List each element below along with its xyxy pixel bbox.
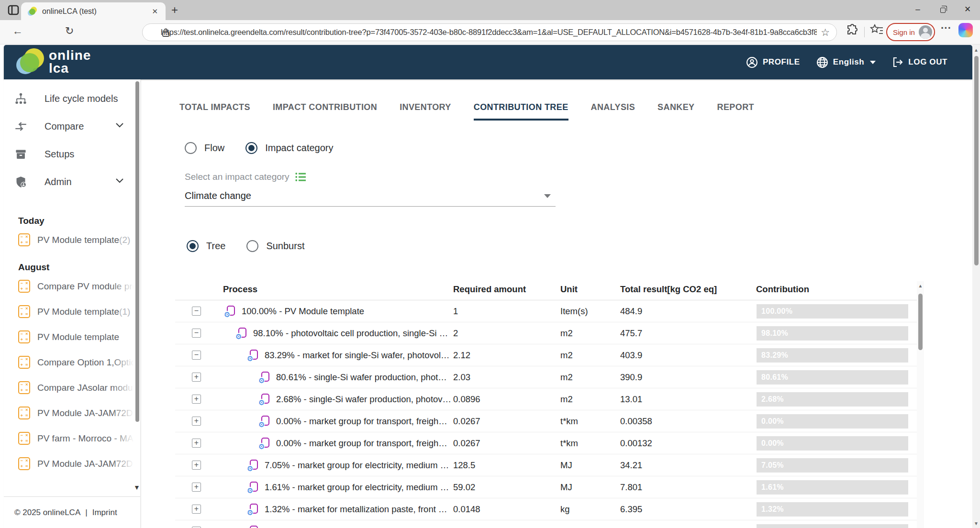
result-tab[interactable]: CONTRIBUTION TREE — [474, 102, 568, 121]
sidebar-scrollbar-thumb[interactable] — [135, 81, 139, 422]
expander-button[interactable]: + — [192, 373, 201, 382]
favorites-hub-icon[interactable] — [870, 24, 883, 36]
history-item[interactable]: −×+= Compare JAsolar module — [4, 375, 138, 400]
table-row[interactable]: − ⚙ 98.10% - photovoltaic cell productio… — [175, 322, 917, 344]
expander-button[interactable]: − — [192, 351, 201, 360]
extensions-icon[interactable] — [846, 24, 858, 36]
scroll-up-icon[interactable]: ▲ — [917, 283, 924, 288]
radio-option[interactable]: Flow — [185, 142, 224, 154]
address-bar[interactable]: https://test.onlinelca.greendelta.com/re… — [142, 23, 837, 41]
result-tab[interactable]: REPORT — [717, 102, 754, 121]
process-name[interactable]: 83.29% - market for single-Si wafer, pho… — [265, 344, 450, 366]
sidebar-item-admin[interactable]: Admin — [4, 168, 140, 196]
table-row[interactable]: + ⚙ 80.61% - single-Si wafer production,… — [175, 366, 917, 388]
logout-button[interactable]: LOG OUT — [892, 56, 947, 68]
profile-button[interactable]: PROFILE — [746, 56, 800, 68]
table-row[interactable]: − ⚙ 100.00% - PV Module template 1 Item(… — [175, 300, 917, 322]
table-row[interactable]: + ⚙ 1.61% - market group for electricity… — [175, 476, 917, 498]
expander-button[interactable]: + — [192, 395, 201, 404]
table-row[interactable]: − ⚙ 83.29% - market for single-Si wafer,… — [175, 344, 917, 366]
process-name[interactable]: 0.00% - market group for transport, frei… — [276, 432, 447, 454]
expander-button[interactable]: − — [192, 329, 201, 338]
history-item[interactable]: −×+= PV Module JA-JAM72D1 — [4, 451, 138, 476]
radio-icon[interactable] — [246, 240, 258, 252]
table-row[interactable]: + ⚙ 0.00% - market group for transport, … — [175, 432, 917, 454]
process-name[interactable]: 98.10% - photovoltaic cell production, s… — [253, 322, 448, 344]
expander-button[interactable]: + — [192, 505, 201, 514]
scroll-down-icon[interactable]: ▼ — [972, 521, 980, 526]
history-item[interactable]: −×+= PV Module JA-JAM72D1 — [4, 400, 138, 426]
process-name[interactable]: 2.68% - single-Si wafer production, phot… — [276, 388, 451, 410]
process-name[interactable]: 100.00% - PV Module template — [242, 300, 364, 322]
total-result: 403.9 — [620, 344, 642, 366]
table-row[interactable]: + ⚙ 7.05% - market group for electricity… — [175, 454, 917, 476]
process-name[interactable]: 7.05% - market group for electricity, me… — [265, 454, 449, 476]
result-tab[interactable]: SANKEY — [657, 102, 694, 121]
history-item[interactable]: −×+= Compare PV module pro — [4, 274, 138, 299]
impact-category-select[interactable]: Climate change — [185, 188, 556, 207]
expander-button[interactable]: + — [192, 483, 201, 492]
table-row[interactable]: + ⚙ 0.00% - market group for transport, … — [175, 410, 917, 432]
tab-label: IMPACT CONTRIBUTION — [273, 102, 377, 112]
favorite-star-icon[interactable]: ☆ — [821, 27, 830, 38]
window-restore-button[interactable] — [930, 0, 955, 20]
radio-option[interactable]: Impact category — [245, 142, 333, 154]
logo-wordmark[interactable]: online lca — [49, 49, 91, 75]
language-selector[interactable]: English — [816, 56, 876, 68]
table-row[interactable]: ⚙ — [175, 520, 917, 528]
sidebar-item-compare[interactable]: Compare — [4, 112, 140, 140]
radio-icon[interactable] — [185, 142, 197, 154]
process-name[interactable]: 0.00% - market group for transport, frei… — [276, 410, 447, 432]
sidebar-item-setups[interactable]: Setups — [4, 140, 140, 168]
page-scrollbar-thumb[interactable] — [974, 56, 979, 265]
result-tab[interactable]: TOTAL IMPACTS — [179, 102, 250, 121]
expander-button[interactable]: + — [192, 439, 201, 448]
unit: Item(s) — [560, 300, 588, 322]
expander-button[interactable]: + — [192, 417, 201, 426]
expander-button[interactable]: − — [192, 307, 201, 316]
imprint-link[interactable]: Imprint — [92, 508, 117, 517]
history-item[interactable]: −×+= PV farm - Morroco - MA ( — [4, 426, 138, 451]
url-text[interactable]: https://test.onlinelca.greendelta.com/re… — [161, 28, 817, 37]
result-tab[interactable]: INVENTORY — [400, 102, 451, 121]
new-tab-button[interactable]: + — [171, 4, 178, 16]
scroll-up-icon[interactable]: ▲ — [972, 47, 980, 53]
process-name[interactable]: 1.61% - market group for electricity, me… — [265, 476, 449, 498]
history-item[interactable]: −×+= PV Module template (2) — [4, 227, 138, 253]
radio-icon[interactable] — [187, 240, 199, 252]
person-icon — [746, 56, 758, 68]
browser-menu-button[interactable]: ··· — [941, 22, 951, 34]
table-scrollbar-thumb[interactable] — [918, 294, 923, 350]
browser-tab[interactable]: onlineLCA (test) ✕ — [21, 2, 166, 20]
radio-option[interactable]: Sunburst — [246, 240, 304, 252]
process-name[interactable]: 1.32% - market for metallization paste, … — [265, 498, 447, 520]
tab-close-icon[interactable]: ✕ — [149, 6, 161, 17]
refresh-button[interactable]: ↻ — [65, 25, 74, 37]
table-row[interactable]: + ⚙ 2.68% - single-Si wafer production, … — [175, 388, 917, 410]
history-item[interactable]: −×+= Compare Option 1,Option — [4, 350, 138, 375]
table-row[interactable]: + ⚙ 1.32% - market for metallization pas… — [175, 498, 917, 520]
radio-icon[interactable] — [245, 142, 257, 154]
sign-in-button[interactable]: Sign in — [886, 23, 935, 41]
sign-in-label: Sign in — [893, 28, 915, 36]
radio-option[interactable]: Tree — [187, 240, 225, 252]
page-scrollbar[interactable]: ▲ ▼ — [972, 44, 980, 528]
unit: t*km — [560, 432, 578, 454]
result-tab[interactable]: ANALYSIS — [591, 102, 635, 121]
window-close-button[interactable]: ✕ — [955, 0, 980, 20]
history-list-today: −×+= PV Module template (2) — [4, 227, 140, 253]
copilot-icon[interactable] — [958, 23, 973, 37]
back-button[interactable]: ← — [12, 25, 23, 37]
workspaces-icon[interactable] — [8, 4, 19, 16]
history-item[interactable]: −×+= PV Module template (1) — [4, 299, 138, 324]
chevron-down-icon[interactable] — [115, 178, 124, 184]
chevron-down-icon[interactable] — [115, 122, 124, 128]
process-name[interactable]: 80.61% - single-Si wafer production, pho… — [276, 366, 447, 388]
sidebar-item-life-cycle-models[interactable]: Life cycle models — [4, 85, 140, 112]
expander-button[interactable]: + — [192, 461, 201, 470]
window-minimize-button[interactable]: – — [905, 0, 930, 20]
result-tab[interactable]: IMPACT CONTRIBUTION — [273, 102, 377, 121]
sidebar-scroll-down-icon[interactable]: ▼ — [134, 484, 140, 491]
table-scrollbar[interactable]: ▲ — [917, 281, 924, 528]
history-item[interactable]: −×+= PV Module template — [4, 324, 138, 350]
